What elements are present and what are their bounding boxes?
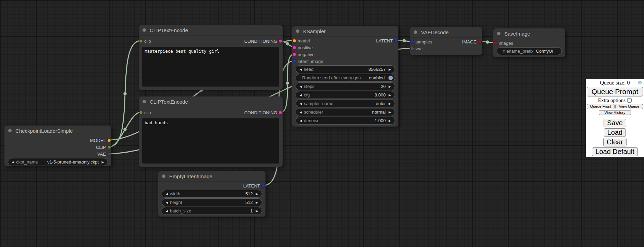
clip-input-port[interactable] <box>139 40 143 43</box>
node-ksampler[interactable]: KSampler model LATENT positive negative … <box>292 26 398 127</box>
clip-input-port[interactable] <box>139 111 143 114</box>
increment-arrow-icon[interactable]: ▶ <box>388 110 392 114</box>
decrement-arrow-icon[interactable]: ◀ <box>165 201 169 204</box>
node-title-bar[interactable]: CLIPTextEncode <box>139 96 283 107</box>
node-title-bar[interactable]: CheckpointLoaderSimple <box>4 126 111 136</box>
decrement-arrow-icon[interactable]: ◀ <box>299 119 303 122</box>
widget-label: height <box>170 200 182 205</box>
node-vae-decode[interactable]: VAEDecode samples IMAGE vae <box>410 27 482 55</box>
queue-size-label: Queue size: 0 <box>600 80 630 86</box>
positive-input-port[interactable] <box>293 46 296 49</box>
node-title: SaveImage <box>504 31 530 37</box>
node-clip-text-encode-negative[interactable]: CLIPTextEncode clip CONDITIONING bad han… <box>139 96 283 167</box>
toggle-on-indicator[interactable] <box>388 76 393 80</box>
increment-arrow-icon[interactable]: ▶ <box>388 85 392 88</box>
node-title: KSampler <box>303 28 326 34</box>
seed-widget[interactable]: ◀ seed 8566257 ▶ <box>296 65 395 73</box>
node-title-bar[interactable]: VAEDecode <box>410 27 482 38</box>
view-queue-button[interactable]: View Queue <box>615 104 643 109</box>
node-title-bar[interactable]: SaveImage <box>493 28 565 39</box>
random-seed-toggle-widget[interactable]: Random seed after every gen enabled <box>296 74 395 82</box>
input-label: model <box>298 38 310 43</box>
node-checkpoint-loader[interactable]: CheckpointLoaderSimple MODEL CLIP VAE ◀ … <box>4 126 111 166</box>
increment-arrow-icon[interactable]: ▶ <box>388 102 392 105</box>
vae-output-port[interactable] <box>108 153 111 156</box>
widget-value: 20 <box>381 84 386 89</box>
node-title: EmptyLatentImage <box>169 173 212 179</box>
widget-label: sampler_name <box>304 101 333 106</box>
latent-image-input-port[interactable] <box>293 60 296 63</box>
widget-value: v1-5-pruned-emaonly.ckpt <box>47 159 99 165</box>
clear-button[interactable]: Clear <box>603 138 627 146</box>
increment-arrow-icon[interactable]: ▶ <box>255 209 259 213</box>
node-status-dot <box>162 174 165 178</box>
conditioning-output-port[interactable] <box>279 111 282 114</box>
increment-arrow-icon[interactable]: ▶ <box>388 68 392 71</box>
increment-arrow-icon[interactable]: ▶ <box>388 119 392 122</box>
node-status-dot <box>497 32 500 35</box>
view-history-button[interactable]: View History <box>599 110 631 115</box>
widget-label: scheduler <box>304 109 323 115</box>
decrement-arrow-icon[interactable]: ◀ <box>299 110 303 114</box>
extra-options-checkbox[interactable] <box>627 98 632 103</box>
latent-output-port[interactable] <box>262 184 265 187</box>
input-label: vae <box>416 46 423 51</box>
conditioning-output-port[interactable] <box>279 40 282 43</box>
decrement-arrow-icon[interactable]: ◀ <box>165 192 169 196</box>
decrement-arrow-icon[interactable]: ◀ <box>11 160 15 164</box>
model-output-port[interactable] <box>108 139 111 142</box>
increment-arrow-icon[interactable]: ▶ <box>255 192 259 196</box>
cfg-widget[interactable]: ◀ cfg 8.000 ▶ <box>296 91 395 99</box>
steps-widget[interactable]: ◀ steps 20 ▶ <box>296 82 395 90</box>
node-title-bar[interactable]: KSampler <box>292 26 398 37</box>
width-widget[interactable]: ◀ width 512 ▶ <box>162 190 262 198</box>
images-input-port[interactable] <box>494 42 497 45</box>
denoise-widget[interactable]: ◀ denoise 1.000 ▶ <box>296 117 395 125</box>
node-save-image[interactable]: SaveImage images filename_prefix ComfyUI <box>493 28 565 57</box>
widget-label: cfg <box>304 92 310 98</box>
graph-canvas[interactable]: CheckpointLoaderSimple MODEL CLIP VAE ◀ … <box>0 0 644 247</box>
node-clip-text-encode-positive[interactable]: CLIPTextEncode clip CONDITIONING masterp… <box>139 25 283 90</box>
load-button[interactable]: Load <box>604 128 626 137</box>
decrement-arrow-icon[interactable]: ◀ <box>299 93 303 97</box>
clip-output-port[interactable] <box>108 146 111 149</box>
settings-gear-icon[interactable]: ⚙ <box>637 80 642 86</box>
height-widget[interactable]: ◀ height 512 ▶ <box>162 198 262 206</box>
sampler-name-widget[interactable]: ◀ sampler_name euler ▶ <box>296 100 395 107</box>
node-title-bar[interactable]: EmptyLatentImage <box>158 171 265 182</box>
filename-prefix-widget[interactable]: filename_prefix ComfyUI <box>497 47 562 55</box>
decrement-arrow-icon[interactable]: ◀ <box>165 209 169 213</box>
prompt-text-area[interactable]: bad hands <box>142 118 279 164</box>
node-title-bar[interactable]: CLIPTextEncode <box>139 25 283 36</box>
queue-front-button[interactable]: Queue Front <box>587 104 615 109</box>
wire-midpoint-dot <box>402 39 406 42</box>
image-output-port[interactable] <box>478 40 481 43</box>
node-title: CLIPTextEncode <box>150 99 188 105</box>
node-empty-latent-image[interactable]: EmptyLatentImage LATENT ◀ width 512 ▶ ◀ … <box>158 171 265 217</box>
load-default-button[interactable]: Load Default <box>592 147 637 156</box>
increment-arrow-icon[interactable]: ▶ <box>255 201 259 204</box>
ckpt-name-widget[interactable]: ◀ ckpt_name v1-5-pruned-emaonly.ckpt ▶ <box>8 158 108 166</box>
widget-value: 1.000 <box>374 118 386 123</box>
increment-arrow-icon[interactable]: ▶ <box>388 93 392 97</box>
widget-value: normal <box>372 109 386 115</box>
increment-arrow-icon[interactable]: ▶ <box>101 160 105 164</box>
latent-output-port[interactable] <box>395 39 398 42</box>
output-label: LATENT <box>376 38 393 43</box>
model-input-port[interactable] <box>293 39 296 42</box>
queue-prompt-button[interactable]: Queue Prompt <box>587 87 643 96</box>
input-label: clip <box>144 39 151 44</box>
prompt-text-area[interactable]: masterpiece best quality girl <box>142 47 279 87</box>
decrement-arrow-icon[interactable]: ◀ <box>299 85 303 88</box>
negative-input-port[interactable] <box>293 53 296 56</box>
widget-value: 512 <box>245 200 253 205</box>
vae-input-port[interactable] <box>411 47 414 50</box>
save-button[interactable]: Save <box>604 119 626 127</box>
batch-size-widget[interactable]: ◀ batch_size 1 ▶ <box>162 207 262 215</box>
samples-input-port[interactable] <box>411 40 414 43</box>
decrement-arrow-icon[interactable]: ◀ <box>299 102 303 105</box>
scheduler-widget[interactable]: ◀ scheduler normal ▶ <box>296 108 395 116</box>
extra-options-label: Extra options <box>598 98 626 103</box>
widget-value: 1 <box>250 208 253 213</box>
decrement-arrow-icon[interactable]: ◀ <box>299 68 303 71</box>
